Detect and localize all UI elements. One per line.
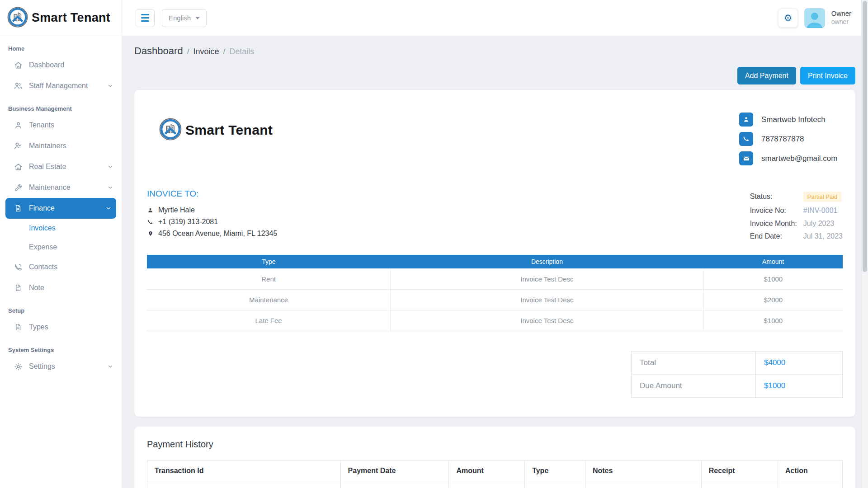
chevron-down-icon — [105, 205, 112, 211]
breadcrumb-dashboard[interactable]: Dashboard — [134, 45, 183, 57]
items-header-description: Description — [391, 255, 704, 269]
bill-to-name-line: Myrtle Hale — [147, 206, 277, 214]
ph-header-receipt: Receipt — [701, 461, 778, 481]
payment-history-title: Payment History — [147, 439, 843, 450]
brand-logo-icon — [159, 118, 182, 142]
sidebar-section-setup: Setup — [0, 298, 122, 317]
chevron-down-icon — [107, 83, 113, 89]
sidebar-item-real-estate[interactable]: Real Estate — [0, 156, 122, 177]
sidebar-item-note[interactable]: Note — [0, 277, 122, 298]
app-root: Smart Tenant Home Dashboard Staff Manage… — [0, 0, 868, 488]
invoice-logo-text: Smart Tenant — [185, 122, 273, 138]
sidebar-subitem-expense[interactable]: Expense — [0, 238, 122, 257]
breadcrumb-invoice[interactable]: Invoice — [193, 47, 219, 56]
person-icon — [14, 121, 23, 130]
sidebar-item-label: Types — [29, 323, 48, 331]
end-date-value: Jul 31, 2023 — [803, 232, 843, 240]
menu-toggle-button[interactable] — [136, 9, 155, 27]
company-contact: Smartweb Infotech 7878787878 smartweb@gm… — [739, 113, 843, 165]
company-name: Smartweb Infotech — [761, 115, 843, 124]
home-icon — [14, 61, 23, 70]
phone-icon — [739, 132, 753, 146]
sidebar-item-finance[interactable]: Finance — [5, 198, 116, 219]
sidebar-item-settings[interactable]: Settings — [0, 356, 122, 377]
invoice-totals-table: Total $4000 Due Amount $1000 — [631, 351, 843, 398]
sidebar-section-business: Business Management — [0, 96, 122, 115]
sidebar-item-maintainers[interactable]: Maintainers — [0, 136, 122, 156]
invoice-items-table: Type Description Amount Rent Invoice Tes… — [147, 255, 843, 331]
wrench-icon — [14, 183, 23, 192]
sidebar-item-label: Settings — [29, 362, 55, 371]
main-content: Dashboard / Invoice / Details Add Paymen… — [122, 36, 861, 488]
bill-to-name: Myrtle Hale — [158, 206, 195, 214]
item-type: Rent — [147, 269, 391, 290]
table-row: Maintenance Invoice Test Desc $2000 — [147, 290, 843, 310]
sidebar-item-types[interactable]: Types — [0, 317, 122, 338]
item-description: Invoice Test Desc — [391, 269, 704, 290]
ph-header-notes: Notes — [585, 461, 701, 481]
bill-to-phone: +1 (319) 313-2081 — [158, 218, 218, 226]
person-check-icon — [14, 141, 23, 150]
item-type: Maintenance — [147, 290, 391, 310]
items-header-type: Type — [147, 255, 391, 269]
table-row: 6cc93a540180329bfacf0a890361048b Jul 11,… — [147, 481, 843, 488]
scrollbar-thumb[interactable] — [863, 1, 867, 272]
sidebar-item-dashboard[interactable]: Dashboard — [0, 55, 122, 75]
person-icon — [739, 113, 753, 127]
payment-history-table: Transaction Id Payment Date Amount Type … — [147, 460, 843, 488]
ph-payment-date: Jul 11, 2023 — [340, 481, 449, 488]
bill-to-address-line: 456 Ocean Avenue, Miami, FL 12345 — [147, 230, 277, 238]
total-row: Total $4000 — [632, 352, 843, 375]
total-label: Total — [632, 352, 756, 375]
bill-to-phone-line: +1 (319) 313-2081 — [147, 218, 277, 226]
ph-type: Manually — [525, 481, 585, 488]
ph-header-payment-date: Payment Date — [340, 461, 449, 481]
ph-header-type: Type — [525, 461, 585, 481]
gear-icon — [14, 362, 23, 371]
invoice-month-value: July 2023 — [803, 220, 843, 228]
brand[interactable]: Smart Tenant — [0, 0, 122, 36]
company-name-line: Smartweb Infotech — [739, 113, 843, 127]
brand-name: Smart Tenant — [32, 11, 110, 25]
due-amount-row: Due Amount $1000 — [632, 375, 843, 398]
add-payment-button[interactable]: Add Payment — [737, 67, 796, 84]
sidebar-item-label: Maintainers — [29, 142, 66, 150]
sidebar-item-staff-management[interactable]: Staff Management — [0, 75, 122, 96]
sidebar-subitem-invoices[interactable]: Invoices — [0, 219, 122, 238]
ph-header-action: Action — [778, 461, 842, 481]
avatar[interactable] — [804, 8, 825, 28]
phone-icon — [14, 263, 23, 272]
table-row: Rent Invoice Test Desc $1000 — [147, 269, 843, 290]
end-date-label: End Date: — [750, 232, 797, 240]
items-header-row: Type Description Amount — [147, 255, 843, 269]
status-badge: Partial Paid — [803, 192, 841, 202]
page-actions: Add Payment Print Invoice — [134, 67, 855, 84]
sidebar-item-tenants[interactable]: Tenants — [0, 115, 122, 136]
sidebar-item-maintenance[interactable]: Maintenance — [0, 177, 122, 198]
language-dropdown[interactable]: English — [162, 9, 207, 27]
brand-logo-icon — [7, 7, 28, 29]
person-icon — [147, 207, 154, 213]
settings-gear-button[interactable]: ⚙ — [778, 9, 798, 28]
sidebar-item-label: Note — [29, 284, 44, 292]
user-role: owner — [831, 18, 851, 26]
sidebar-item-label: Finance — [29, 204, 55, 212]
page-scrollbar[interactable] — [861, 0, 868, 488]
chevron-down-icon — [107, 164, 113, 170]
invoice-no-value: #INV-0001 — [803, 206, 843, 215]
user-meta[interactable]: Owner owner — [831, 9, 851, 26]
print-invoice-button[interactable]: Print Invoice — [800, 67, 855, 84]
house-icon — [14, 162, 23, 171]
ph-transaction-id: 6cc93a540180329bfacf0a890361048b — [147, 481, 341, 488]
chevron-down-icon — [107, 184, 113, 191]
item-type: Late Fee — [147, 310, 391, 331]
due-amount-value: $1000 — [756, 375, 843, 398]
company-email: smartweb@gmail.com — [761, 154, 843, 163]
sidebar-item-contacts[interactable]: Contacts — [0, 257, 122, 277]
chevron-down-icon — [107, 363, 113, 370]
ph-notes: Invoice Test Payment — [585, 481, 701, 488]
item-description: Invoice Test Desc — [391, 310, 704, 331]
breadcrumb-separator: / — [187, 47, 189, 56]
breadcrumb-details: Details — [229, 47, 254, 56]
breadcrumb: Dashboard / Invoice / Details — [134, 36, 855, 57]
